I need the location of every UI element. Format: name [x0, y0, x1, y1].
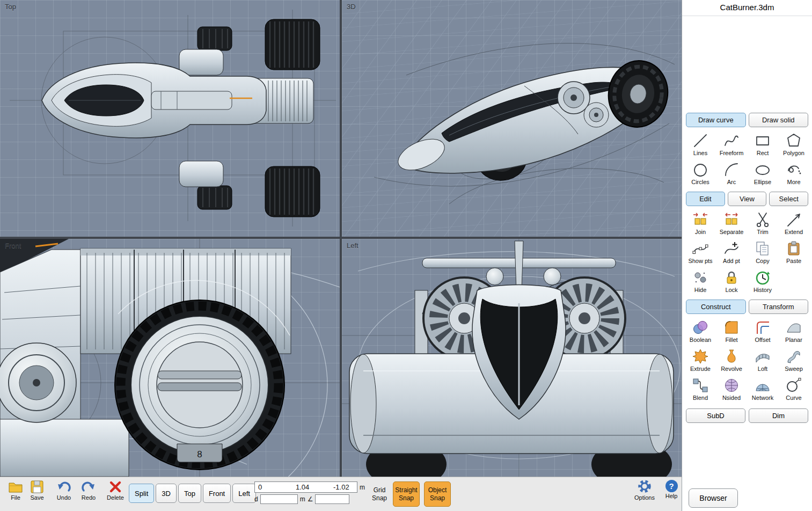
tool-label: Rect: [757, 150, 769, 156]
revolve-icon: [722, 348, 741, 365]
tool-show-pts[interactable]: Show pts: [685, 240, 716, 264]
tool-label: Ellipse: [754, 179, 771, 185]
delete-x-icon: [108, 480, 122, 494]
ellipse-icon: [754, 161, 772, 178]
tab-construct[interactable]: Construct: [686, 300, 746, 314]
tool-lock[interactable]: Lock: [716, 269, 747, 293]
browser-button[interactable]: Browser: [689, 488, 738, 508]
tool-arc[interactable]: Arc: [716, 161, 747, 185]
tool-label: More: [787, 179, 800, 185]
tool-network[interactable]: Network: [747, 377, 778, 401]
tab-select[interactable]: Select: [769, 192, 808, 206]
tool-label: Freeform: [720, 150, 744, 156]
tool-extend[interactable]: Extend: [778, 211, 809, 235]
tool-blend[interactable]: Blend: [685, 377, 716, 401]
lock-icon: [722, 269, 741, 286]
tool-join[interactable]: Join: [685, 211, 716, 235]
tool-fillet[interactable]: Fillet: [716, 319, 747, 343]
tool-label: Boolean: [690, 337, 711, 343]
edit-tool-grid: Join Separate Trim Extend Show pts Add p…: [682, 206, 812, 295]
tool-hide[interactable]: Hide: [685, 269, 716, 293]
tool-freeform[interactable]: Freeform: [716, 132, 747, 156]
tool-label: Trim: [757, 229, 769, 235]
extrude-icon: [691, 348, 709, 365]
tool-revolve[interactable]: Revolve: [716, 348, 747, 372]
tool-extrude[interactable]: Extrude: [685, 348, 716, 372]
construct-tab-row: Construct Transform: [682, 300, 812, 314]
tool-ellipse[interactable]: Ellipse: [747, 161, 778, 185]
angle-symbol: ∠: [308, 495, 313, 503]
delete-button[interactable]: Delete: [103, 480, 128, 501]
tool-paste[interactable]: Paste: [778, 240, 809, 264]
tool-trim[interactable]: Trim: [747, 211, 778, 235]
help-button[interactable]: ? Help: [659, 480, 684, 499]
undo-button[interactable]: Undo: [52, 480, 76, 501]
tool-more[interactable]: More: [778, 161, 809, 185]
tool-loft[interactable]: Loft: [747, 348, 778, 372]
tool-nsided[interactable]: Nsided: [716, 377, 747, 401]
tool-separate[interactable]: Separate: [716, 211, 747, 235]
help-label: Help: [665, 493, 678, 499]
grid-snap-toggle[interactable]: Grid Snap: [366, 481, 393, 507]
show-points-icon: [691, 240, 709, 257]
tool-rect[interactable]: Rect: [747, 132, 778, 156]
tool-curve[interactable]: Curve: [778, 377, 809, 401]
tool-boolean[interactable]: Boolean: [685, 319, 716, 343]
tool-circles[interactable]: Circles: [685, 161, 716, 185]
tool-planar[interactable]: Planar: [778, 319, 809, 343]
tab-draw-curve[interactable]: Draw curve: [686, 113, 746, 127]
document-title: CatBurner.3dm: [682, 0, 812, 16]
tab-view[interactable]: View: [728, 192, 767, 206]
viewport-label-left: Left: [347, 242, 359, 250]
tool-label: Nsided: [722, 395, 741, 401]
coord-x: 0: [258, 483, 274, 492]
delete-label: Delete: [107, 494, 124, 501]
tool-label: Extend: [785, 229, 803, 235]
tool-history[interactable]: History: [747, 269, 778, 293]
save-button[interactable]: Save: [25, 480, 49, 501]
straight-snap-toggle[interactable]: Straight Snap: [393, 481, 420, 507]
tool-copy[interactable]: Copy: [747, 240, 778, 264]
viewport-front[interactable]: 8 Front: [0, 239, 340, 477]
fillet-icon: [722, 319, 741, 336]
tab-transform[interactable]: Transform: [749, 300, 809, 314]
file-folder-icon: [8, 480, 23, 494]
draw-tab-row: Draw curve Draw solid: [682, 113, 812, 127]
redo-button[interactable]: Redo: [76, 480, 101, 501]
tool-label: Planar: [785, 337, 802, 343]
viewtab-split[interactable]: Split: [129, 484, 154, 503]
angle-input[interactable]: [315, 494, 349, 504]
separate-icon: [722, 211, 741, 228]
subd-button[interactable]: SubD: [686, 408, 745, 423]
viewport-left[interactable]: Left: [342, 239, 682, 477]
line-icon: [691, 132, 709, 149]
viewtab-3d[interactable]: 3D: [156, 484, 177, 503]
viewtab-left[interactable]: Left: [232, 484, 256, 503]
planar-icon: [785, 319, 803, 336]
tool-label: Copy: [756, 258, 770, 264]
viewport-3d[interactable]: 3D: [342, 0, 682, 237]
distance-input[interactable]: [260, 494, 298, 504]
right-sidebar: CatBurner.3dm Draw curve Draw solid Line…: [682, 0, 812, 511]
loft-icon: [754, 348, 772, 365]
viewport-top[interactable]: Top: [0, 0, 340, 237]
snap-label: Snap: [372, 494, 387, 502]
tab-draw-solid[interactable]: Draw solid: [749, 113, 809, 127]
extend-icon: [785, 211, 803, 228]
coordinate-readout: 0 1.04 -1.02 m d m ∠: [254, 481, 368, 504]
tool-offset[interactable]: Offset: [747, 319, 778, 343]
viewtab-top[interactable]: Top: [178, 484, 201, 503]
tab-edit[interactable]: Edit: [686, 192, 725, 206]
tool-lines[interactable]: Lines: [685, 132, 716, 156]
3d-view-model-drawing: [342, 0, 682, 237]
options-button[interactable]: Options: [632, 480, 657, 501]
tool-sweep[interactable]: Sweep: [778, 348, 809, 372]
tool-polygon[interactable]: Polygon: [778, 132, 809, 156]
viewtab-front[interactable]: Front: [203, 484, 231, 503]
tool-label: Paste: [786, 258, 801, 264]
tool-add-pt[interactable]: Add pt: [716, 240, 747, 264]
dim-button[interactable]: Dim: [749, 408, 808, 423]
object-snap-toggle[interactable]: Object Snap: [424, 481, 451, 507]
viewport-tab-group: Split 3D Top Front Left: [129, 484, 256, 503]
xyz-input[interactable]: 0 1.04 -1.02: [254, 481, 357, 493]
